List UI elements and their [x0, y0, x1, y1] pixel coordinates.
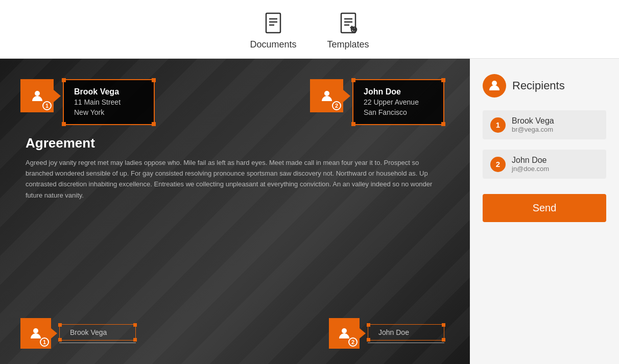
recipient2-name: John Doe	[512, 156, 549, 165]
sig2-badge: 2	[348, 337, 358, 347]
signer2-avatar: 2	[310, 79, 343, 112]
agreement-content: Agreement Agreed joy vanity regret met m…	[0, 125, 470, 201]
recipients-title: Recipients	[512, 79, 565, 92]
recipient1-name: Brook Vega	[512, 116, 554, 126]
recipient1-item: 1 Brook Vega br@vega.com	[483, 110, 606, 139]
sig1-field: Brook Vega	[59, 324, 136, 343]
sig2-field-box: John Doe	[368, 324, 444, 341]
recipients-header: Recipients	[483, 74, 606, 98]
corner-handle-tr	[441, 78, 445, 82]
document-preview: 1 Brook Vega 11 Main Street New York	[0, 59, 470, 364]
signer1-badge: 1	[42, 101, 52, 110]
sig2-name: John Doe	[378, 328, 409, 336]
sig1-field-box: Brook Vega	[59, 324, 136, 341]
recipient2-item: 2 John Doe jn@doe.com	[483, 150, 606, 179]
right-panel: Recipients 1 Brook Vega br@vega.com 2 Jo…	[470, 59, 619, 364]
sig1-block: 1 Brook Vega	[20, 318, 136, 349]
documents-icon	[261, 11, 285, 35]
signer2-block: 2 John Doe 22 Upper Avenue San Fancisco	[310, 79, 444, 125]
signer2-address1: 22 Upper Avenue	[364, 98, 433, 108]
sig1-avatar: 1	[20, 318, 51, 349]
sig1-badge: 1	[40, 337, 49, 347]
svg-rect-0	[266, 13, 280, 33]
documents-label: Documents	[250, 39, 296, 50]
recipients-icon	[483, 74, 506, 98]
signer2-info-box: John Doe 22 Upper Avenue San Fancisco	[352, 79, 444, 125]
templates-icon	[336, 11, 361, 35]
recipient2-email: jn@doe.com	[512, 165, 549, 173]
recipient1-details: Brook Vega br@vega.com	[512, 116, 554, 133]
agreement-title: Agreement	[26, 135, 444, 151]
agreement-body: Agreed joy vanity regret met may ladies …	[26, 157, 444, 201]
signer1-name: Brook Vega	[74, 86, 144, 98]
signer2-name: John Doe	[364, 86, 433, 98]
nav-documents[interactable]: Documents	[250, 11, 296, 50]
recipient1-num: 1	[490, 117, 506, 133]
top-nav: Documents Templates	[0, 0, 619, 59]
signer2-address2: San Fancisco	[364, 108, 433, 118]
signer1-address2: New York	[74, 108, 144, 118]
svg-point-15	[492, 81, 497, 86]
sig1-name: Brook Vega	[70, 328, 107, 336]
templates-label: Templates	[327, 39, 369, 50]
nav-templates[interactable]: Templates	[327, 11, 369, 50]
sig2-field: John Doe	[368, 324, 444, 343]
signer1-block: 1 Brook Vega 11 Main Street New York	[20, 79, 155, 125]
svg-point-14	[342, 328, 347, 333]
recipient2-num: 2	[490, 157, 506, 172]
send-button[interactable]: Send	[483, 194, 606, 222]
signer1-info-box: Brook Vega 11 Main Street New York	[63, 79, 155, 125]
svg-point-13	[33, 328, 38, 333]
corner-handle-tl	[351, 78, 355, 82]
corner-handle-tl	[62, 78, 66, 82]
recipient1-email: br@vega.com	[512, 126, 554, 133]
svg-point-11	[35, 91, 40, 96]
signers-bottom-row: 1 Brook Vega	[0, 318, 470, 349]
sig2-block: 2 John Doe	[329, 318, 444, 349]
main-area: 1 Brook Vega 11 Main Street New York	[0, 59, 619, 364]
signers-top-row: 1 Brook Vega 11 Main Street New York	[0, 59, 470, 125]
signer1-address1: 11 Main Street	[74, 98, 144, 108]
recipient2-details: John Doe jn@doe.com	[512, 156, 549, 173]
signer2-badge: 2	[332, 101, 341, 110]
corner-handle-tr	[152, 78, 156, 82]
svg-point-12	[324, 91, 329, 96]
sig2-avatar: 2	[329, 318, 360, 349]
signer1-avatar: 1	[20, 79, 54, 112]
